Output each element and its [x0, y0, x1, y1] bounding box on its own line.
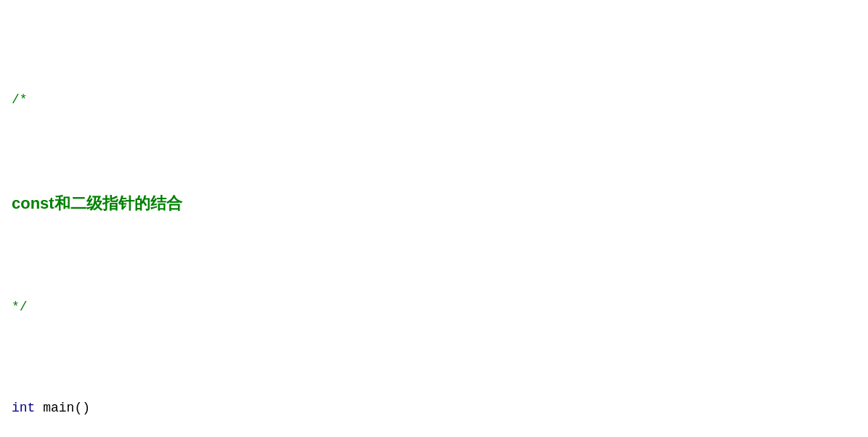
- line-4: int main(): [12, 398, 856, 419]
- code-editor: /* const和二级指针的结合 */ int main() { int a =…: [12, 9, 856, 437]
- keyword-int-main: int: [12, 401, 35, 415]
- main-func: main(): [35, 401, 90, 415]
- line-2: const和二级指针的结合: [12, 191, 856, 216]
- line-1: /*: [12, 90, 856, 111]
- line-3: */: [12, 297, 856, 318]
